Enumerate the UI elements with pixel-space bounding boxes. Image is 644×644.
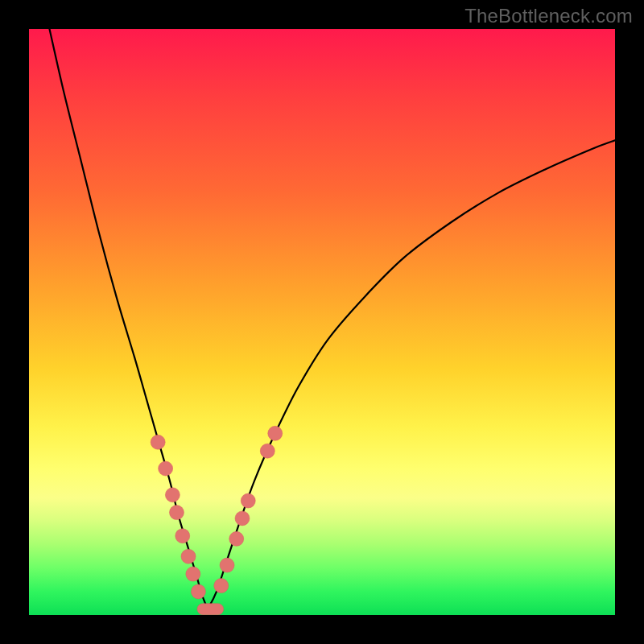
watermark-text: TheBottleneck.com [464,5,633,27]
highlight-dot [268,426,283,440]
highlight-dot [214,579,229,593]
highlight-dot [220,558,234,572]
highlight-dot [186,567,200,581]
highlight-dot [175,529,190,543]
curve-left-branch [49,29,208,609]
highlight-dot [165,488,180,502]
highlight-dot [191,584,205,599]
highlight-dot [260,444,275,458]
highlight-dot [159,461,173,476]
highlight-dots-group [151,426,283,599]
highlight-dot [235,511,250,526]
highlight-dot [151,435,165,449]
highlight-dot [241,493,255,508]
highlight-dot [169,506,184,520]
chart-frame: TheBottleneck.com [0,0,644,644]
highlight-dot [181,549,196,564]
curve-right-branch [208,140,615,609]
trough-bar [197,604,224,615]
chart-overlay [29,29,615,615]
highlight-dot [229,531,244,546]
plot-area [29,29,615,615]
